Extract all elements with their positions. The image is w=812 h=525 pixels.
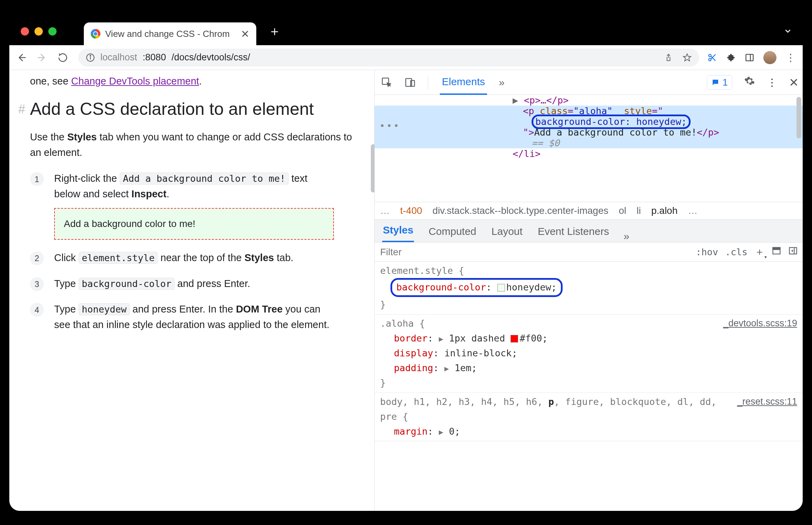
computed-styles-sidebar-icon[interactable]: [772, 246, 781, 258]
crumb-item[interactable]: div.stack.stack--block.type.center-image…: [433, 205, 608, 216]
rule-element-style[interactable]: element.style { background-color: honeyd…: [375, 262, 803, 315]
crumb-item[interactable]: li: [637, 205, 641, 216]
event-listeners-tab[interactable]: Event Listeners: [537, 221, 610, 242]
extensions-icon[interactable]: [726, 53, 736, 62]
side-panel-icon[interactable]: [745, 53, 754, 62]
content-area: one, see Change DevTools placement. #Add…: [9, 70, 803, 511]
cls-toggle[interactable]: .cls: [725, 247, 747, 257]
computed-tab[interactable]: Computed: [428, 221, 477, 242]
step-4: 4 Type honeydew and press Enter. In the …: [30, 301, 334, 333]
step-list: 1 Right-click the Add a background color…: [30, 171, 360, 333]
gutter-ellipsis-icon[interactable]: •••: [379, 120, 400, 131]
bookmark-icon[interactable]: [683, 53, 692, 62]
step-number: 3: [30, 277, 44, 291]
settings-icon[interactable]: [744, 76, 755, 89]
code-snippet: element.style: [79, 252, 158, 264]
color-swatch-icon[interactable]: [511, 335, 518, 343]
source-link[interactable]: _devtools.scss:19: [723, 316, 797, 331]
url-host: localhost: [100, 52, 137, 63]
styles-tab[interactable]: Styles: [382, 219, 414, 242]
tree-line[interactable]: ▶ <p>…</p>: [375, 95, 803, 106]
browser-window: View and change CSS - Chrom ✕ ＋ localhos…: [9, 14, 803, 511]
url-path: /docs/devtools/css/: [171, 52, 250, 63]
profile-avatar[interactable]: [763, 51, 776, 64]
anchor-hash-icon[interactable]: #: [18, 102, 25, 116]
svg-rect-10: [746, 54, 753, 61]
minimize-window-button[interactable]: [34, 27, 43, 36]
device-toolbar-icon[interactable]: [404, 77, 416, 88]
step-1: 1 Right-click the Add a background color…: [30, 171, 334, 239]
toolbar-right: ⋮: [707, 51, 796, 64]
inspect-element-icon[interactable]: [381, 77, 393, 88]
tab-close-button[interactable]: ✕: [241, 28, 249, 40]
title-bar: View and change CSS - Chrom ✕ ＋: [9, 14, 803, 45]
expand-shorthand-icon[interactable]: ▶: [439, 428, 443, 436]
divider: [428, 76, 428, 89]
code-snippet: Add a background color to me!: [120, 172, 288, 185]
toggle-sidebar-icon[interactable]: [788, 246, 798, 258]
devtools-toolbar: Elements » 1 ⋮ ✕: [375, 70, 803, 95]
issues-count: 1: [722, 77, 728, 88]
intro-paragraph: Use the Styles tab when you want to chan…: [30, 129, 360, 160]
rule-aloha[interactable]: _devtools.scss:19 .aloha { border: ▶ 1px…: [375, 315, 803, 393]
new-tab-button[interactable]: ＋: [268, 22, 281, 40]
selected-node[interactable]: <p class="aloha" style=" background-colo…: [375, 106, 803, 148]
rule-reset[interactable]: _reset.scss:11 body, h1, h2, h3, h4, h5,…: [375, 393, 803, 442]
step-number: 2: [30, 251, 44, 265]
tab-title: View and change CSS - Chrom: [105, 29, 230, 39]
back-button[interactable]: [16, 52, 29, 63]
dom-breadcrumbs[interactable]: … t-400 div.stack.stack--block.type.cent…: [375, 202, 803, 220]
intro-line: one, see Change DevTools placement.: [30, 73, 360, 89]
style-highlight-pill: background-color: honeydew;: [390, 278, 563, 297]
scissors-icon[interactable]: [707, 53, 717, 62]
share-icon[interactable]: [664, 53, 673, 62]
source-link[interactable]: _reset.scss:11: [737, 394, 797, 409]
site-info-icon[interactable]: [86, 53, 95, 62]
crumb-item[interactable]: t-400: [400, 205, 422, 216]
issues-button[interactable]: 1: [707, 75, 732, 90]
section-heading: #Add a CSS declaration to an element: [30, 99, 360, 119]
devtools-close-button[interactable]: ✕: [789, 76, 799, 89]
selected-indicator: == $0: [532, 138, 560, 148]
heading-text: Add a CSS declaration to an element: [30, 99, 314, 119]
url-port: :8080: [143, 52, 166, 63]
crumb-item[interactable]: ol: [619, 205, 626, 216]
svg-rect-18: [790, 248, 797, 254]
styles-filter-input[interactable]: [379, 246, 689, 258]
maximize-window-button[interactable]: [48, 27, 57, 36]
crumb-ellipsis[interactable]: …: [380, 205, 390, 216]
svg-point-4: [90, 55, 91, 56]
crumb-item-selected[interactable]: p.aloh: [651, 205, 677, 216]
layout-tab[interactable]: Layout: [491, 221, 523, 242]
code-snippet: background-color: [79, 278, 175, 290]
svg-rect-17: [773, 248, 780, 250]
browser-tab[interactable]: View and change CSS - Chrom ✕: [84, 22, 256, 45]
more-tabs-icon[interactable]: »: [499, 77, 505, 88]
close-window-button[interactable]: [21, 27, 29, 36]
demo-element[interactable]: Add a background color to me!: [54, 208, 334, 239]
dom-tree[interactable]: ••• ▶ <p>…</p> <p class="aloha" style=" …: [375, 95, 803, 202]
step-number: 1: [30, 172, 44, 186]
change-placement-link[interactable]: Change DevTools placement: [71, 76, 199, 87]
elements-tab[interactable]: Elements: [440, 70, 487, 95]
expand-shorthand-icon[interactable]: ▶: [444, 364, 449, 373]
forward-button[interactable]: [37, 52, 49, 63]
window-controls: [21, 27, 57, 36]
step-3: 3 Type background-color and press Enter.: [30, 276, 334, 291]
hov-toggle[interactable]: :hov: [696, 247, 718, 257]
devtools-menu-button[interactable]: ⋮: [767, 76, 777, 88]
style-rules: element.style { background-color: honeyd…: [375, 262, 803, 511]
expand-shorthand-icon[interactable]: ▶: [439, 335, 443, 343]
styles-filter-row: :hov .cls ＋▾: [375, 242, 803, 262]
crumb-ellipsis[interactable]: …: [688, 205, 697, 216]
tree-scrollbar[interactable]: [796, 97, 801, 138]
chrome-menu-button[interactable]: ⋮: [785, 51, 796, 63]
tree-line[interactable]: </li>: [375, 148, 803, 159]
new-style-rule-icon[interactable]: ＋▾: [754, 245, 765, 259]
color-swatch-icon[interactable]: [497, 284, 505, 291]
reload-button[interactable]: [58, 52, 70, 63]
address-bar[interactable]: localhost:8080/docs/devtools/css/: [78, 49, 699, 67]
code-snippet: honeydew: [79, 303, 130, 315]
more-tabs-icon[interactable]: »: [624, 230, 630, 242]
tab-list-button[interactable]: [783, 27, 792, 36]
